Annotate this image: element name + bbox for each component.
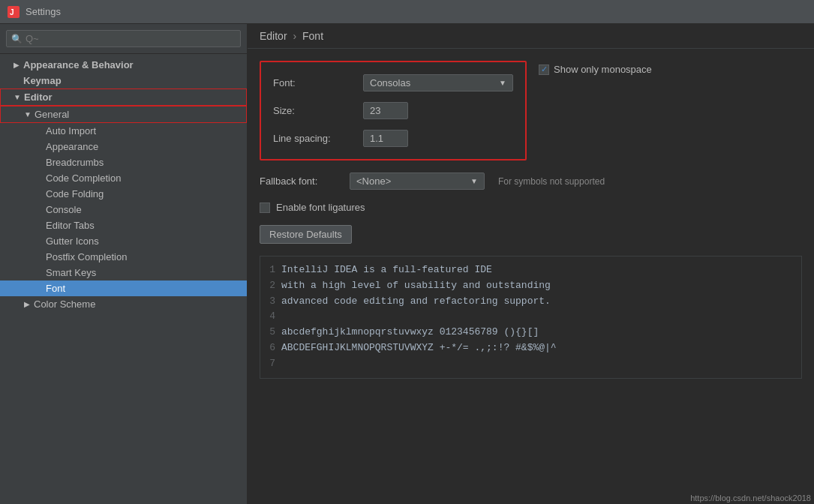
size-row: Size:	[273, 102, 513, 119]
font-dropdown-arrow-icon: ▼	[499, 79, 506, 87]
sidebar-label-auto-import: Auto Import	[46, 125, 96, 136]
sidebar-item-editor[interactable]: Editor	[0, 88, 247, 106]
font-outer-row: Font: Consolas ▼ Size: Line spacing:	[260, 61, 802, 160]
line-content: advanced code editing and refactoring su…	[281, 294, 551, 310]
sidebar-item-general[interactable]: General	[0, 106, 247, 123]
app-icon: J	[8, 6, 20, 18]
sidebar-label-general: General	[35, 109, 69, 120]
preview-line: 7	[260, 356, 801, 372]
sidebar-item-smart-keys[interactable]: Smart Keys	[0, 265, 247, 280]
ligature-row: Enable font ligatures	[260, 202, 802, 213]
font-row: Font: Consolas ▼	[273, 74, 513, 92]
fallback-dropdown-arrow-icon: ▼	[470, 177, 478, 185]
sidebar-item-color-scheme[interactable]: Color Scheme	[0, 296, 247, 312]
watermark: https://blog.csdn.net/shaock2018	[690, 494, 811, 502]
line-number: 2	[260, 278, 281, 294]
title-bar: J Settings	[0, 0, 814, 24]
sidebar-label-font: Font	[46, 283, 65, 294]
main-container: 🔍 Appearance & BehaviorKeymapEditorGener…	[0, 24, 814, 504]
line-number: 3	[260, 294, 281, 310]
sidebar-item-code-folding[interactable]: Code Folding	[0, 186, 247, 202]
line-number: 4	[260, 309, 281, 325]
sidebar-item-gutter-icons[interactable]: Gutter Icons	[0, 233, 247, 249]
size-input[interactable]	[363, 102, 408, 119]
breadcrumb-part-0: Editor	[260, 30, 287, 42]
sidebar-item-appearance[interactable]: Appearance	[0, 139, 247, 154]
line-content: IntelliJ IDEA is a full-featured IDE	[281, 262, 492, 278]
sidebar-label-editor: Editor	[24, 92, 53, 103]
line-content: with a high level of usability and outst…	[281, 278, 551, 294]
line-number: 7	[260, 356, 281, 372]
sidebar-label-postfix-completion: Postfix Completion	[46, 251, 127, 262]
restore-defaults-button[interactable]: Restore Defaults	[260, 225, 352, 244]
sidebar-item-code-completion[interactable]: Code Completion	[0, 170, 247, 186]
size-label: Size:	[273, 105, 356, 116]
show-monospace-label: Show only monospace	[554, 64, 652, 75]
tree-arrow-general	[23, 110, 32, 119]
fallback-label: Fallback font:	[260, 176, 342, 187]
sidebar-label-color-scheme: Color Scheme	[34, 298, 95, 310]
svg-text:J: J	[10, 8, 14, 16]
sidebar-label-code-completion: Code Completion	[46, 172, 121, 184]
sidebar-label-code-folding: Code Folding	[46, 188, 104, 200]
preview-line: 6ABCDEFGHIJKLMNOPQRSTUVWXYZ +-*/= .,;:!?…	[260, 340, 801, 356]
sidebar-item-editor-tabs[interactable]: Editor Tabs	[0, 218, 247, 233]
preview-line: 4	[260, 309, 801, 325]
line-number: 6	[260, 340, 281, 356]
ligature-label: Enable font ligatures	[276, 202, 365, 213]
tree-arrow-editor	[13, 93, 22, 102]
search-wrap[interactable]: 🔍	[6, 30, 241, 47]
fallback-row: Fallback font: <None> ▼ For symbols not …	[260, 172, 802, 190]
line-spacing-row: Line spacing:	[273, 130, 513, 147]
breadcrumb: Editor › Font	[248, 24, 814, 49]
sidebar-label-editor-tabs: Editor Tabs	[46, 220, 95, 231]
tree-arrow-color-scheme	[23, 300, 32, 309]
line-number: 1	[260, 262, 281, 278]
font-dropdown-value: Consolas	[370, 77, 496, 88]
preview-line: 3advanced code editing and refactoring s…	[260, 294, 801, 310]
fallback-dropdown[interactable]: <None> ▼	[350, 172, 485, 190]
content-body: Font: Consolas ▼ Size: Line spacing:	[248, 49, 814, 391]
tree-area: Appearance & BehaviorKeymapEditorGeneral…	[0, 54, 247, 504]
search-input[interactable]	[26, 33, 236, 44]
preview-line: 2with a high level of usability and outs…	[260, 278, 801, 294]
content-area: Editor › Font Font: Consolas ▼	[248, 24, 814, 504]
sidebar-label-smart-keys: Smart Keys	[46, 267, 96, 278]
sidebar-label-gutter-icons: Gutter Icons	[46, 236, 99, 247]
sidebar-item-appearance-behavior[interactable]: Appearance & Behavior	[0, 57, 247, 73]
sidebar-label-appearance-behavior: Appearance & Behavior	[23, 59, 134, 70]
sidebar-item-console[interactable]: Console	[0, 202, 247, 218]
breadcrumb-sep: ›	[293, 30, 296, 42]
show-monospace-wrap[interactable]: Show only monospace	[539, 61, 652, 75]
preview-line: 5abcdefghijklmnopqrstuvwxyz 0123456789 (…	[260, 325, 801, 340]
show-monospace-checkbox[interactable]	[539, 64, 549, 75]
breadcrumb-part-1: Font	[302, 30, 323, 42]
line-spacing-input[interactable]	[363, 130, 408, 147]
sidebar-label-appearance: Appearance	[46, 141, 98, 152]
ligature-checkbox[interactable]	[260, 202, 270, 213]
font-label: Font:	[273, 77, 356, 88]
search-icon: 🔍	[11, 34, 23, 44]
sidebar: 🔍 Appearance & BehaviorKeymapEditorGener…	[0, 24, 248, 504]
sidebar-item-auto-import[interactable]: Auto Import	[0, 123, 247, 139]
line-content: ABCDEFGHIJKLMNOPQRSTUVWXYZ +-*/= .,;:!? …	[281, 340, 557, 356]
sidebar-label-console: Console	[46, 204, 82, 215]
sidebar-label-breadcrumbs: Breadcrumbs	[46, 157, 104, 168]
font-dropdown[interactable]: Consolas ▼	[363, 74, 513, 92]
sidebar-label-keymap: Keymap	[23, 75, 62, 86]
line-content: abcdefghijklmnopqrstuvwxyz 0123456789 ()…	[281, 325, 539, 340]
window-title: Settings	[26, 6, 61, 17]
sidebar-item-breadcrumbs[interactable]: Breadcrumbs	[0, 154, 247, 170]
preview-line: 1IntelliJ IDEA is a full-featured IDE	[260, 262, 801, 278]
sidebar-item-keymap[interactable]: Keymap	[0, 73, 247, 88]
font-settings-box: Font: Consolas ▼ Size: Line spacing:	[260, 61, 527, 160]
sidebar-item-postfix-completion[interactable]: Postfix Completion	[0, 249, 247, 265]
tree-arrow-appearance-behavior	[12, 61, 21, 70]
line-number: 5	[260, 325, 281, 340]
fallback-dropdown-value: <None>	[356, 176, 467, 187]
search-bar: 🔍	[0, 24, 247, 54]
preview-area: 1IntelliJ IDEA is a full-featured IDE2wi…	[260, 256, 802, 379]
restore-btn-wrap: Restore Defaults	[260, 225, 802, 244]
sidebar-item-font[interactable]: Font	[0, 280, 247, 296]
fallback-hint: For symbols not supported	[498, 176, 605, 187]
